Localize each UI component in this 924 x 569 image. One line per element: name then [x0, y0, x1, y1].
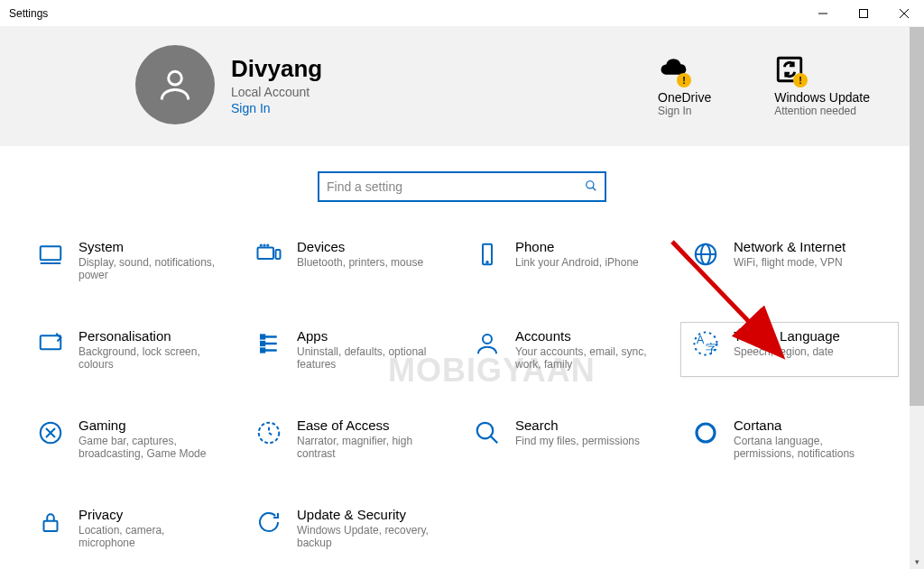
tile-title: Apps	[297, 328, 441, 344]
onedrive-icon: !	[658, 54, 688, 85]
svg-rect-10	[258, 248, 274, 260]
tile-ease-of-access[interactable]: Ease of AccessNarrator, magnifier, high …	[244, 411, 462, 466]
svg-rect-11	[276, 250, 281, 259]
svg-point-12	[261, 244, 262, 245]
system-icon	[35, 239, 66, 270]
svg-point-4	[169, 71, 182, 85]
onedrive-sub: Sign In	[658, 105, 711, 117]
tile-title: Network & Internet	[734, 239, 845, 254]
tile-desc: WiFi, flight mode, VPN	[734, 256, 845, 269]
svg-rect-26	[261, 349, 264, 353]
tile-desc: Find my files, permissions	[515, 435, 640, 447]
svg-line-7	[593, 187, 596, 190]
svg-point-16	[486, 262, 488, 263]
ease-icon	[254, 418, 284, 448]
tile-title: Personalisation	[79, 328, 223, 344]
search-tile-icon	[472, 418, 503, 448]
update-sub: Attention needed	[774, 105, 870, 117]
tile-desc: Cortana language, permissions, notificat…	[734, 435, 878, 460]
minimize-button[interactable]	[802, 0, 843, 27]
warning-badge-icon: !	[677, 73, 691, 87]
svg-rect-36	[44, 521, 58, 531]
window-title: Settings	[9, 7, 48, 20]
update-icon: !	[774, 54, 805, 85]
tile-title: Search	[515, 418, 640, 433]
header: Divyang Local Account Sign In ! OneDrive…	[0, 27, 924, 146]
tile-update-security[interactable]: Update & SecurityWindows Update, recover…	[244, 500, 462, 555]
svg-point-27	[483, 335, 492, 344]
tile-privacy[interactable]: PrivacyLocation, camera, microphone	[25, 500, 244, 555]
tile-desc: Uninstall, defaults, optional features	[297, 345, 441, 371]
svg-rect-8	[41, 246, 61, 260]
settings-grid: SystemDisplay, sound, notifications, pow…	[0, 233, 924, 569]
svg-point-13	[263, 244, 264, 245]
scrollbar-down-arrow-icon[interactable]: ▾	[910, 555, 924, 569]
user-name: Divyang	[231, 55, 322, 83]
tile-desc: Game bar, captures, broadcasting, Game M…	[79, 435, 223, 460]
tile-title: Cortana	[734, 418, 878, 433]
svg-point-35	[697, 424, 715, 442]
titlebar: Settings	[0, 0, 924, 27]
tile-title: Phone	[515, 239, 639, 254]
tile-desc: Location, camera, microphone	[79, 524, 223, 549]
tile-apps[interactable]: AppsUninstall, defaults, optional featur…	[244, 322, 462, 377]
window-controls	[802, 0, 924, 26]
personalisation-icon	[35, 328, 66, 359]
account-type: Local Account	[231, 85, 322, 99]
tile-time-language[interactable]: A字 Time & LanguageSpeech, region, date	[680, 322, 899, 377]
svg-rect-25	[261, 342, 264, 345]
header-status-group: ! OneDrive Sign In ! Windows Update Atte…	[658, 45, 870, 124]
search-icon	[585, 179, 597, 195]
svg-rect-1	[859, 10, 867, 18]
gaming-icon	[35, 418, 66, 448]
tile-title: Accounts	[515, 328, 660, 344]
tile-title: Time & Language	[734, 328, 840, 344]
apps-icon	[254, 328, 284, 359]
tile-title: System	[79, 239, 223, 254]
svg-point-33	[477, 423, 494, 439]
tile-network[interactable]: Network & InternetWiFi, flight mode, VPN	[680, 233, 899, 288]
close-button[interactable]	[883, 0, 924, 27]
tile-personalisation[interactable]: PersonalisationBackground, lock screen, …	[25, 322, 244, 377]
privacy-icon	[35, 507, 66, 537]
profile-block: Divyang Local Account Sign In	[135, 45, 322, 124]
tile-desc: Your accounts, email, sync, work, family	[515, 345, 660, 371]
warning-badge-icon: !	[793, 73, 808, 87]
onedrive-title: OneDrive	[658, 90, 711, 105]
devices-icon	[254, 239, 284, 270]
tile-desc: Narrator, magnifier, high contrast	[297, 435, 441, 460]
scrollbar-thumb[interactable]	[910, 27, 924, 406]
tile-phone[interactable]: PhoneLink your Android, iPhone	[462, 233, 680, 288]
tile-desc: Display, sound, notifications, power	[79, 256, 223, 281]
tile-title: Privacy	[79, 507, 223, 522]
search-input[interactable]	[327, 179, 585, 194]
svg-point-6	[587, 180, 594, 188]
tile-search[interactable]: SearchFind my files, permissions	[462, 411, 680, 466]
signin-link[interactable]: Sign In	[231, 101, 322, 115]
onedrive-status[interactable]: ! OneDrive Sign In	[658, 54, 711, 117]
svg-rect-24	[261, 335, 264, 339]
tile-accounts[interactable]: AccountsYour accounts, email, sync, work…	[462, 322, 680, 377]
tile-devices[interactable]: DevicesBluetooth, printers, mouse	[244, 233, 462, 288]
search-box[interactable]	[318, 171, 606, 202]
tile-system[interactable]: SystemDisplay, sound, notifications, pow…	[25, 233, 244, 288]
svg-text:A: A	[697, 334, 705, 346]
time-language-icon: A字	[690, 328, 721, 359]
network-icon	[690, 239, 721, 270]
avatar[interactable]	[135, 45, 215, 124]
tile-gaming[interactable]: GamingGame bar, captures, broadcasting, …	[25, 411, 244, 466]
tile-desc: Windows Update, recovery, backup	[297, 524, 441, 549]
tile-desc: Link your Android, iPhone	[515, 256, 639, 269]
windows-update-status[interactable]: ! Windows Update Attention needed	[774, 54, 870, 117]
search-bar	[0, 171, 924, 202]
svg-point-14	[267, 244, 268, 245]
update-title: Windows Update	[774, 90, 870, 105]
tile-title: Devices	[297, 239, 423, 254]
maximize-button[interactable]	[843, 0, 883, 27]
tile-title: Update & Security	[297, 507, 441, 522]
tile-cortana[interactable]: CortanaCortana language, permissions, no…	[680, 411, 899, 466]
update-security-icon	[254, 507, 284, 537]
vertical-scrollbar[interactable]: ▾	[910, 27, 924, 569]
phone-icon	[472, 239, 503, 270]
tile-desc: Bluetooth, printers, mouse	[297, 256, 423, 269]
